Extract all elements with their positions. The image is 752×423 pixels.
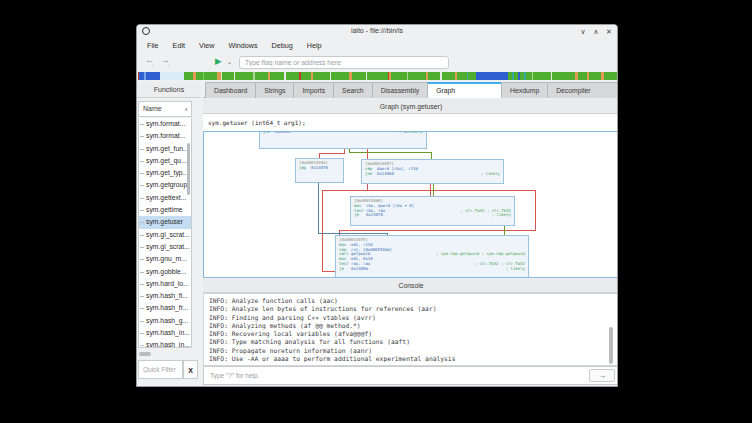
close-icon[interactable]: ✕ [603, 26, 615, 37]
sort-ascending-icon: ∧ [184, 102, 188, 116]
graph-edge [349, 152, 432, 153]
function-list-item[interactable]: sym.gobble... [139, 266, 191, 278]
back-caret-icon[interactable]: ⌄ [151, 62, 154, 67]
column-label: Name [143, 105, 162, 112]
console-log-line: INFO: Use -AA or aaaa to perform additio… [209, 355, 618, 363]
function-list-item[interactable]: sym.format... [139, 118, 191, 130]
function-list-item[interactable]: sym.gl_scrat... [139, 229, 191, 241]
comment: ; likely [475, 172, 500, 177]
function-list-item[interactable]: sym.hard_lo... [139, 278, 191, 290]
function-list-item[interactable]: sym.getuser [139, 216, 191, 228]
function-list-item[interactable]: sym.hash_in... [139, 327, 191, 339]
console-log-line: INFO: Propagate noreturn information (aa… [209, 347, 618, 355]
tab-bar: DashboardStringsImportsSearchDisassembly… [203, 82, 618, 98]
console-log-line: INFO: Type matching analysis for all fun… [209, 338, 618, 346]
operands: 0x14070 [311, 166, 328, 171]
operands: 0x14057 [275, 131, 292, 135]
function-list-item[interactable]: sym.gettext... [139, 192, 191, 204]
minimize-icon[interactable]: ∨ [577, 26, 589, 37]
tab-decompiler-empty-[interactable]: Decompiler (Empty) [547, 82, 618, 98]
console-log-line: INFO: Recovering local variables (afva@@… [209, 330, 618, 338]
iaito-window: iaito - file:///bin/ls ∨ ∧ ✕ FileEditVie… [136, 24, 618, 387]
graph-signature-strip: sym.getuser (int64_t arg1); [203, 114, 618, 131]
menu-item-debug[interactable]: Debug [265, 39, 300, 53]
function-list-item[interactable]: sym.hash_fi... [139, 290, 191, 302]
function-list-item[interactable]: sym.hash_fr... [139, 302, 191, 314]
flag-search-input[interactable] [239, 56, 449, 69]
function-list-item[interactable]: sym.gnu_m... [139, 253, 191, 265]
analyze-play-icon[interactable]: ▶ [215, 56, 222, 66]
function-signature: sym.getuser (int64_t arg1); [203, 114, 618, 126]
tab-imports[interactable]: Imports [293, 82, 334, 98]
disasm-line: je0x1409b; likely [339, 267, 525, 272]
toolbar: ← ⌄ → ⌄ ▶ ⌄ [137, 53, 617, 72]
tab-search[interactable]: Search [333, 82, 373, 98]
menu-item-file[interactable]: File [140, 39, 166, 53]
command-row: → [203, 366, 618, 385]
function-list-item[interactable]: sym.format... [139, 130, 191, 142]
function-list-item[interactable]: sym.gl_scrat... [139, 241, 191, 253]
graph-basic-block[interactable]: [0x00014070]movedi, r13dlearsi, [0x00025… [335, 235, 529, 278]
graph-edge [322, 271, 335, 272]
graph-edge [535, 190, 536, 230]
disasm-line: jmp0x14070 [299, 166, 340, 171]
menu-item-edit[interactable]: Edit [166, 39, 192, 53]
tab-graph-sym-getuser-[interactable]: Graph (sym.getuser) [427, 82, 502, 98]
desktop-background: iaito - file:///bin/ls ∨ ∧ ✕ FileEditVie… [0, 0, 752, 423]
functions-name-column-header[interactable]: Name ∧ [138, 101, 192, 117]
graph-edge [322, 190, 535, 191]
mnemonic: je [354, 213, 366, 218]
disasm-line: jne0x14060; likely [365, 172, 500, 177]
tab-disassembly[interactable]: Disassembly [372, 82, 429, 98]
tab-hexdump[interactable]: Hexdump [501, 82, 548, 98]
graph-basic-block[interactable]: [0x00014060]movrbx, qword [rbx + 8]testr… [350, 196, 515, 226]
function-list-item[interactable]: sym.get_qu... [139, 155, 191, 167]
console-output[interactable]: INFO: Analyze function calls (aac)INFO: … [203, 293, 618, 366]
forward-caret-icon[interactable]: ⌄ [167, 62, 170, 67]
functions-list: sym.format...sym.format...sym.get_fun...… [138, 118, 192, 348]
function-list-item[interactable]: sym.get_typ... [139, 167, 191, 179]
function-list-item[interactable]: sym.get_fun... [139, 143, 191, 155]
functions-vertical-scrollbar[interactable] [187, 143, 190, 195]
graph-basic-block[interactable]: [0x00014057]cmpdword [rbx], r13djne0x140… [361, 159, 504, 184]
console-log-line: INFO: Analyzing methods (af @@ method.*) [209, 322, 618, 330]
graph-dock-title[interactable]: Graph (sym.getuser) [203, 99, 618, 114]
tab-dashboard[interactable]: Dashboard [205, 82, 256, 98]
console-vertical-scrollbar[interactable] [609, 327, 613, 364]
mnemonic: jmp [299, 166, 311, 171]
graph-edge [339, 230, 536, 231]
menu-item-view[interactable]: View [192, 39, 221, 53]
graph-edge [318, 233, 388, 234]
r2-command-input[interactable] [204, 367, 584, 384]
graph-basic-block[interactable]: testrbx, rbx; str.7bX2 ; str.TaX2jne0x14… [259, 131, 427, 149]
graph-canvas[interactable]: testrbx, rbx; str.7bX2 ; str.TaX2jne0x14… [203, 131, 618, 278]
graph-basic-block[interactable]: [0x0001404d]jmp0x14070 [295, 158, 344, 183]
command-send-button[interactable]: → [589, 369, 615, 382]
mnemonic: jne [365, 172, 377, 177]
function-list-item[interactable]: sym.gettime [139, 204, 191, 216]
operands: 0x14070 [366, 213, 383, 218]
menu-item-windows[interactable]: Windows [221, 39, 264, 53]
functions-horizontal-scrollbar[interactable] [139, 352, 151, 356]
memory-map-bar[interactable] [138, 72, 618, 80]
functions-dock-title[interactable]: Functions [137, 82, 201, 98]
console-log-line: INFO: Finding and parsing C++ vtables (a… [209, 314, 618, 322]
tab-strings[interactable]: Strings [255, 82, 294, 98]
mnemonic: je [339, 267, 351, 272]
function-list-item[interactable]: sym.getgroup [139, 179, 191, 191]
function-list-item[interactable]: sym.hash_g... [139, 315, 191, 327]
function-list-item[interactable]: sym.hash_in... [139, 339, 191, 348]
window-title: iaito - file:///bin/ls [137, 27, 617, 34]
play-caret-icon[interactable]: ⌄ [227, 58, 232, 65]
quick-filter-close-button[interactable]: X [183, 360, 198, 379]
comment: ; sym.imp.getpwuid ; sym.imp.getpwuid [430, 252, 525, 257]
disasm-line: je0x14070; likely [354, 213, 511, 218]
console-dock-title[interactable]: Console [203, 279, 618, 293]
menu-bar: FileEditViewWindowsDebugHelp [137, 39, 617, 53]
title-bar[interactable]: iaito - file:///bin/ls ∨ ∧ ✕ [137, 25, 617, 39]
quick-filter-input[interactable] [138, 360, 183, 379]
comment: ; unlikely [393, 131, 423, 135]
graph-edge [318, 183, 319, 233]
menu-item-help[interactable]: Help [300, 39, 329, 53]
maximize-icon[interactable]: ∧ [590, 26, 602, 37]
